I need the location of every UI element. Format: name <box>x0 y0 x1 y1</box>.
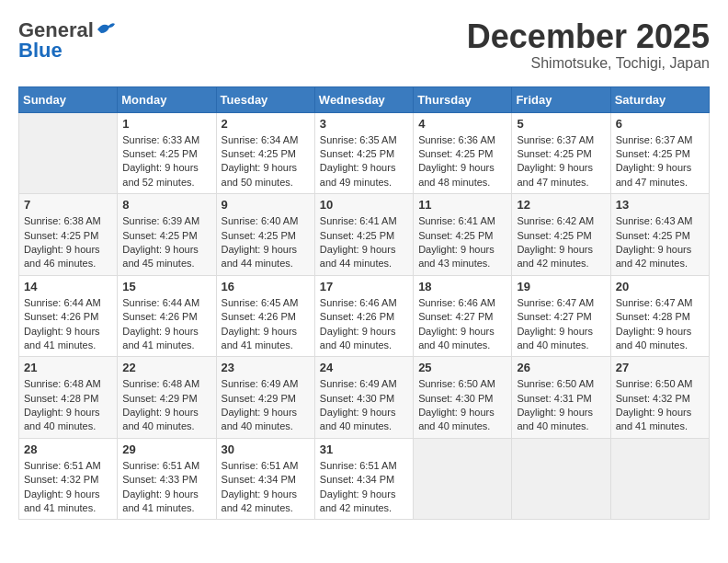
day-number: 3 <box>320 117 408 131</box>
day-number: 12 <box>517 198 605 212</box>
calendar-cell: 24Sunrise: 6:49 AMSunset: 4:30 PMDayligh… <box>314 357 413 439</box>
weekday-header-saturday: Saturday <box>610 86 709 112</box>
day-number: 1 <box>122 117 210 131</box>
day-number: 17 <box>320 280 408 293</box>
calendar-cell: 20Sunrise: 6:47 AMSunset: 4:28 PMDayligh… <box>610 275 709 357</box>
page-header: General Blue December 2025 Shimotsuke, T… <box>18 18 710 72</box>
calendar-cell <box>414 438 512 520</box>
day-number: 15 <box>122 280 210 293</box>
calendar-cell: 29Sunrise: 6:51 AMSunset: 4:33 PMDayligh… <box>118 438 216 520</box>
day-number: 25 <box>418 361 506 374</box>
logo-bird-icon <box>96 20 116 37</box>
calendar-cell: 27Sunrise: 6:50 AMSunset: 4:32 PMDayligh… <box>610 357 709 439</box>
day-info: Sunrise: 6:44 AMSunset: 4:26 PMDaylight:… <box>122 296 210 353</box>
day-number: 20 <box>616 280 704 293</box>
weekday-header-monday: Monday <box>118 86 216 112</box>
day-number: 11 <box>418 198 506 212</box>
day-number: 26 <box>517 361 605 374</box>
day-info: Sunrise: 6:51 AMSunset: 4:34 PMDaylight:… <box>320 459 408 516</box>
weekday-header-wednesday: Wednesday <box>314 86 413 112</box>
calendar-cell: 4Sunrise: 6:36 AMSunset: 4:25 PMDaylight… <box>414 112 512 194</box>
month-title: December 2025 <box>467 18 710 55</box>
calendar-week-1: 1Sunrise: 6:33 AMSunset: 4:25 PMDaylight… <box>19 112 710 194</box>
day-number: 21 <box>24 361 112 374</box>
weekday-header-friday: Friday <box>512 86 610 112</box>
day-number: 28 <box>24 442 112 456</box>
calendar-cell: 16Sunrise: 6:45 AMSunset: 4:26 PMDayligh… <box>216 275 314 357</box>
day-info: Sunrise: 6:41 AMSunset: 4:25 PMDaylight:… <box>320 214 408 271</box>
day-info: Sunrise: 6:37 AMSunset: 4:25 PMDaylight:… <box>616 133 704 190</box>
weekday-header-tuesday: Tuesday <box>216 86 314 112</box>
calendar-table: SundayMondayTuesdayWednesdayThursdayFrid… <box>18 86 710 521</box>
location: Shimotsuke, Tochigi, Japan <box>467 55 710 72</box>
calendar-cell <box>512 438 610 520</box>
logo-blue-text: Blue <box>18 39 63 63</box>
day-info: Sunrise: 6:47 AMSunset: 4:28 PMDaylight:… <box>616 296 704 353</box>
calendar-cell: 18Sunrise: 6:46 AMSunset: 4:27 PMDayligh… <box>414 275 512 357</box>
day-info: Sunrise: 6:49 AMSunset: 4:30 PMDaylight:… <box>320 377 408 434</box>
calendar-cell: 23Sunrise: 6:49 AMSunset: 4:29 PMDayligh… <box>216 357 314 439</box>
day-number: 9 <box>222 198 310 212</box>
day-info: Sunrise: 6:37 AMSunset: 4:25 PMDaylight:… <box>517 133 605 190</box>
calendar-cell: 13Sunrise: 6:43 AMSunset: 4:25 PMDayligh… <box>610 194 709 276</box>
calendar-cell: 5Sunrise: 6:37 AMSunset: 4:25 PMDaylight… <box>512 112 610 194</box>
day-info: Sunrise: 6:43 AMSunset: 4:25 PMDaylight:… <box>616 214 704 271</box>
day-number: 30 <box>222 442 310 456</box>
day-number: 18 <box>418 280 506 293</box>
day-number: 2 <box>222 117 310 131</box>
calendar-cell: 7Sunrise: 6:38 AMSunset: 4:25 PMDaylight… <box>19 194 118 276</box>
day-info: Sunrise: 6:47 AMSunset: 4:27 PMDaylight:… <box>517 296 605 353</box>
day-info: Sunrise: 6:51 AMSunset: 4:34 PMDaylight:… <box>222 459 310 516</box>
weekday-header-thursday: Thursday <box>414 86 512 112</box>
day-info: Sunrise: 6:48 AMSunset: 4:29 PMDaylight:… <box>122 377 210 434</box>
calendar-cell: 31Sunrise: 6:51 AMSunset: 4:34 PMDayligh… <box>314 438 413 520</box>
title-block: December 2025 Shimotsuke, Tochigi, Japan <box>467 18 710 72</box>
calendar-cell: 28Sunrise: 6:51 AMSunset: 4:32 PMDayligh… <box>19 438 118 520</box>
calendar-week-3: 14Sunrise: 6:44 AMSunset: 4:26 PMDayligh… <box>19 275 710 357</box>
calendar-cell <box>19 112 118 194</box>
calendar-cell: 10Sunrise: 6:41 AMSunset: 4:25 PMDayligh… <box>314 194 413 276</box>
day-number: 4 <box>418 117 506 131</box>
day-info: Sunrise: 6:42 AMSunset: 4:25 PMDaylight:… <box>517 214 605 271</box>
day-info: Sunrise: 6:48 AMSunset: 4:28 PMDaylight:… <box>24 377 112 434</box>
day-info: Sunrise: 6:40 AMSunset: 4:25 PMDaylight:… <box>222 214 310 271</box>
calendar-cell: 11Sunrise: 6:41 AMSunset: 4:25 PMDayligh… <box>414 194 512 276</box>
calendar-cell: 19Sunrise: 6:47 AMSunset: 4:27 PMDayligh… <box>512 275 610 357</box>
day-number: 5 <box>517 117 605 131</box>
day-info: Sunrise: 6:46 AMSunset: 4:26 PMDaylight:… <box>320 296 408 353</box>
calendar-week-5: 28Sunrise: 6:51 AMSunset: 4:32 PMDayligh… <box>19 438 710 520</box>
calendar-cell: 30Sunrise: 6:51 AMSunset: 4:34 PMDayligh… <box>216 438 314 520</box>
day-info: Sunrise: 6:51 AMSunset: 4:33 PMDaylight:… <box>122 459 210 516</box>
day-info: Sunrise: 6:46 AMSunset: 4:27 PMDaylight:… <box>418 296 506 353</box>
calendar-week-4: 21Sunrise: 6:48 AMSunset: 4:28 PMDayligh… <box>19 357 710 439</box>
day-info: Sunrise: 6:50 AMSunset: 4:32 PMDaylight:… <box>616 377 704 434</box>
day-number: 19 <box>517 280 605 293</box>
calendar-cell: 21Sunrise: 6:48 AMSunset: 4:28 PMDayligh… <box>19 357 118 439</box>
day-info: Sunrise: 6:51 AMSunset: 4:32 PMDaylight:… <box>24 459 112 516</box>
day-info: Sunrise: 6:39 AMSunset: 4:25 PMDaylight:… <box>122 214 210 271</box>
calendar-cell: 26Sunrise: 6:50 AMSunset: 4:31 PMDayligh… <box>512 357 610 439</box>
day-number: 31 <box>320 442 408 456</box>
day-number: 22 <box>122 361 210 374</box>
calendar-cell <box>610 438 709 520</box>
day-info: Sunrise: 6:45 AMSunset: 4:26 PMDaylight:… <box>222 296 310 353</box>
day-number: 7 <box>24 198 112 212</box>
day-info: Sunrise: 6:50 AMSunset: 4:30 PMDaylight:… <box>418 377 506 434</box>
day-info: Sunrise: 6:33 AMSunset: 4:25 PMDaylight:… <box>122 133 210 190</box>
day-number: 16 <box>222 280 310 293</box>
calendar-week-2: 7Sunrise: 6:38 AMSunset: 4:25 PMDaylight… <box>19 194 710 276</box>
day-info: Sunrise: 6:35 AMSunset: 4:25 PMDaylight:… <box>320 133 408 190</box>
day-info: Sunrise: 6:44 AMSunset: 4:26 PMDaylight:… <box>24 296 112 353</box>
calendar-cell: 2Sunrise: 6:34 AMSunset: 4:25 PMDaylight… <box>216 112 314 194</box>
weekday-header-row: SundayMondayTuesdayWednesdayThursdayFrid… <box>19 86 710 112</box>
day-number: 23 <box>222 361 310 374</box>
calendar-cell: 6Sunrise: 6:37 AMSunset: 4:25 PMDaylight… <box>610 112 709 194</box>
calendar-cell: 15Sunrise: 6:44 AMSunset: 4:26 PMDayligh… <box>118 275 216 357</box>
calendar-cell: 1Sunrise: 6:33 AMSunset: 4:25 PMDaylight… <box>118 112 216 194</box>
day-number: 8 <box>122 198 210 212</box>
day-info: Sunrise: 6:38 AMSunset: 4:25 PMDaylight:… <box>24 214 112 271</box>
day-number: 29 <box>122 442 210 456</box>
day-info: Sunrise: 6:41 AMSunset: 4:25 PMDaylight:… <box>418 214 506 271</box>
day-number: 27 <box>616 361 704 374</box>
logo: General Blue <box>18 18 116 63</box>
